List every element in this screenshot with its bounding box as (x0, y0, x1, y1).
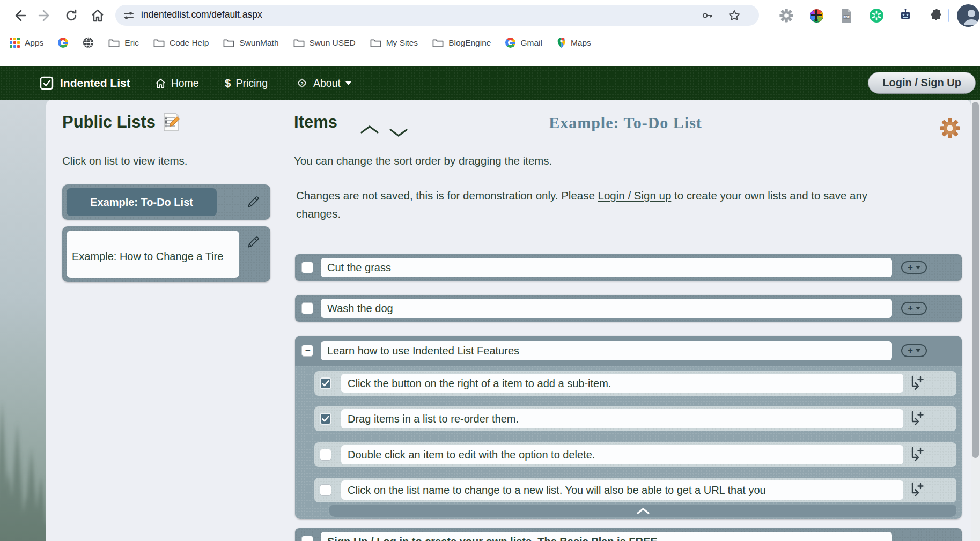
bookmark-globe[interactable] (83, 37, 94, 48)
add-item-split-button[interactable]: + (901, 302, 927, 315)
site-settings-icon[interactable] (122, 9, 135, 22)
extension-pdf-icon[interactable]: PDF (837, 6, 856, 25)
current-list-title[interactable]: Example: To-Do List (475, 114, 776, 132)
bookmark-gmail[interactable]: Gmail (505, 38, 542, 48)
todo-row: + (295, 254, 962, 281)
login-signup-button[interactable]: Login / Sign Up (868, 72, 976, 94)
checkbox-logo-icon (40, 76, 54, 90)
svg-text:PDF: PDF (844, 16, 850, 19)
caret-down-icon (916, 349, 920, 352)
chevron-up-icon (636, 508, 650, 514)
extension-chatgpt-icon[interactable] (867, 6, 886, 25)
add-sub-item-button[interactable] (907, 410, 925, 428)
bookmark-google[interactable] (58, 38, 68, 48)
item-text-input[interactable] (321, 258, 892, 277)
address-bar[interactable]: indentedlist.com/default.aspx (115, 5, 759, 26)
sort-down-button[interactable] (388, 128, 409, 139)
add-item-split-button[interactable]: + (901, 344, 927, 357)
bookmark-label: SwunMath (239, 38, 278, 48)
sub-item-text-input[interactable] (341, 374, 903, 393)
edit-list-button[interactable] (246, 195, 261, 211)
collapse-toggle[interactable]: − (301, 345, 313, 357)
item-text-input[interactable] (321, 299, 892, 318)
folder-icon (108, 38, 120, 48)
back-button[interactable] (8, 4, 31, 27)
nav-home[interactable]: Home (155, 77, 199, 90)
extension-robot-icon[interactable] (896, 6, 915, 25)
gear-icon (939, 117, 961, 139)
list-button-todo[interactable]: Example: To-Do List (67, 188, 217, 216)
reload-icon (64, 9, 78, 23)
nav-pricing[interactable]: $ Pricing (225, 77, 268, 90)
bookmark-folder-swunmath[interactable]: SwunMath (223, 38, 278, 48)
brand-logo[interactable]: Indented List (40, 76, 130, 90)
forward-icon (38, 9, 52, 23)
extensions-puzzle-icon[interactable] (926, 6, 945, 25)
bookmark-folder-blogengine[interactable]: BlogEngine (432, 38, 491, 48)
sub-item-text-input[interactable] (341, 409, 903, 428)
item-checkbox[interactable] (301, 302, 313, 314)
caret-down-icon (916, 307, 920, 310)
chevron-down-icon (388, 128, 409, 137)
url-text[interactable]: indentedlist.com/default.aspx (141, 9, 262, 20)
sub-item-text-input[interactable] (341, 445, 903, 464)
scrollbar-thumb[interactable] (972, 102, 979, 458)
add-sub-item-button[interactable] (907, 446, 925, 464)
folder-icon (370, 38, 381, 48)
bookmark-folder-mysites[interactable]: My Sites (370, 38, 418, 48)
nav-about-label: About (313, 77, 341, 90)
nav-about[interactable]: ? About (296, 77, 351, 90)
add-sub-item-icon (907, 446, 925, 464)
bookmark-maps[interactable]: Maps (557, 37, 591, 49)
item-checkbox[interactable] (320, 484, 331, 496)
sort-up-button[interactable] (359, 124, 380, 136)
password-key-icon[interactable] (701, 9, 714, 22)
item-checkbox[interactable] (301, 536, 313, 541)
list-item-tire[interactable]: Example: How to Change a Tire (62, 226, 270, 282)
bookmark-folder-swunused[interactable]: Swun USED (293, 38, 356, 48)
page-scrollbar[interactable] (971, 100, 980, 541)
item-text-input[interactable] (321, 341, 892, 360)
list-button-tire[interactable]: Example: How to Change a Tire (67, 231, 239, 278)
page-body: Public Lists Click on list to view items… (0, 100, 980, 541)
bookmark-folder-eric[interactable]: Eric (108, 38, 139, 48)
item-text-input[interactable] (321, 532, 892, 541)
item-checkbox-checked[interactable] (320, 377, 331, 389)
folder-icon (293, 38, 305, 48)
item-checkbox[interactable] (301, 262, 313, 273)
sub-item-text-input[interactable] (341, 480, 903, 500)
memo-icon (162, 113, 180, 132)
back-icon (12, 9, 26, 23)
bookmark-label: BlogEngine (448, 38, 491, 48)
bookmark-label: Swun USED (310, 38, 356, 48)
extension-colorwheel-icon[interactable] (807, 6, 826, 25)
item-checkbox-checked[interactable] (320, 413, 331, 425)
bookmark-apps[interactable]: Apps (10, 38, 43, 48)
bookmark-label: Gmail (520, 38, 542, 48)
edit-list-button[interactable] (246, 235, 261, 251)
google-g-icon (505, 38, 515, 48)
profile-avatar[interactable] (957, 4, 979, 27)
drag-hint: You can change the sort order by draggin… (294, 154, 552, 167)
forward-button[interactable] (33, 4, 57, 27)
public-lists-heading: Public Lists (62, 113, 180, 132)
add-sub-item-button[interactable] (907, 374, 925, 392)
list-item-todo[interactable]: Example: To-Do List (62, 184, 270, 220)
caret-down-icon (916, 266, 920, 269)
todo-row (295, 528, 962, 541)
add-item-split-button[interactable]: + (901, 261, 927, 274)
settings-gear-button[interactable] (939, 117, 961, 141)
item-checkbox[interactable] (320, 449, 331, 461)
collapse-sublist-button[interactable] (329, 505, 956, 517)
pencil-icon (246, 195, 261, 210)
home-button[interactable] (86, 4, 109, 27)
bookmark-folder-codehelp[interactable]: Code Help (153, 38, 209, 48)
site-viewport: Indented List Home $ Pricing ? About Log… (0, 55, 980, 541)
extension-gear-icon[interactable] (777, 6, 796, 25)
reload-button[interactable] (60, 4, 83, 27)
bookmark-star-icon[interactable] (728, 9, 741, 22)
login-signup-link[interactable]: Login / Sign up (598, 189, 672, 202)
todo-group: − + (295, 336, 962, 519)
add-sub-item-button[interactable] (907, 481, 925, 499)
items-heading: Items (294, 113, 337, 132)
